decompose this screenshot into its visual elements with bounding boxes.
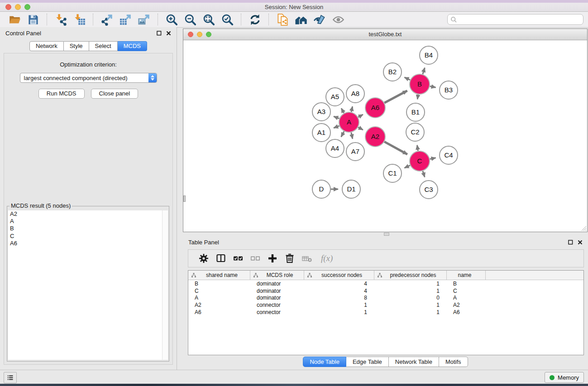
function-builder-icon[interactable]: f(x) xyxy=(321,253,333,263)
column-header-predecessor-nodes[interactable]: predecessor nodes xyxy=(374,271,447,280)
float-panel-icon[interactable] xyxy=(157,31,162,36)
zoom-out-icon[interactable] xyxy=(184,14,196,26)
memory-button[interactable]: Memory xyxy=(545,372,584,383)
hide-graphics-details-icon[interactable] xyxy=(314,14,326,26)
table-cell[interactable]: 1 xyxy=(374,309,447,315)
tab-motifs[interactable]: Motifs xyxy=(439,357,468,367)
edge-A6-B[interactable] xyxy=(384,91,407,103)
tab-style[interactable]: Style xyxy=(64,41,89,51)
edge-B-B4[interactable] xyxy=(423,68,425,74)
column-header-shared-name[interactable]: shared name xyxy=(188,271,250,280)
table-cell[interactable]: dominator xyxy=(250,295,304,301)
gear-icon[interactable] xyxy=(198,253,209,264)
edge-C-C1[interactable] xyxy=(404,165,410,168)
task-history-button[interactable] xyxy=(4,372,17,383)
tab-network[interactable]: Network xyxy=(29,41,64,51)
search-box[interactable] xyxy=(447,14,583,25)
table-cell[interactable]: A2 xyxy=(188,302,250,308)
close-panel-icon[interactable] xyxy=(166,31,171,36)
table-cell[interactable]: C xyxy=(447,288,486,294)
column-header-MCDS-role[interactable]: MCDS role xyxy=(250,271,304,280)
split-divider-handle[interactable] xyxy=(384,233,389,236)
table-cell[interactable]: 0 xyxy=(374,295,447,301)
zoom-fit-icon[interactable] xyxy=(203,14,215,26)
export-image-icon[interactable] xyxy=(138,14,150,26)
deselect-all-checkbox-icon[interactable] xyxy=(250,253,261,264)
table-cell[interactable]: dominator xyxy=(250,281,304,287)
home-icon[interactable] xyxy=(295,14,307,26)
table-cell[interactable]: A6 xyxy=(447,309,486,315)
table-cell[interactable]: A xyxy=(188,295,250,301)
tab-network-table[interactable]: Network Table xyxy=(389,357,439,367)
table-cell[interactable]: 1 xyxy=(374,302,447,308)
table-cell[interactable]: 1 xyxy=(374,288,447,294)
result-item[interactable]: A6 xyxy=(8,240,162,247)
add-column-icon[interactable] xyxy=(267,253,278,264)
resize-grip-icon[interactable] xyxy=(580,225,587,231)
edge-B-B1[interactable] xyxy=(417,95,418,100)
result-item[interactable]: B xyxy=(8,225,162,232)
criterion-dropdown[interactable]: largest connected component (directed) xyxy=(20,73,157,83)
table-cell[interactable]: 4 xyxy=(304,288,374,294)
import-network-icon[interactable] xyxy=(55,14,67,26)
close-table-panel-icon[interactable] xyxy=(578,240,583,245)
table-cell[interactable]: A2 xyxy=(447,302,486,308)
clone-network-icon[interactable] xyxy=(277,14,289,26)
column-header-successor-nodes[interactable]: successor nodes xyxy=(304,271,374,280)
edge-B-B3[interactable] xyxy=(430,86,436,88)
result-item[interactable]: C xyxy=(8,233,162,240)
import-table-icon[interactable] xyxy=(73,14,86,26)
edge-A-A1[interactable] xyxy=(334,126,339,128)
close-panel-button[interactable]: Close panel xyxy=(91,89,139,99)
delete-column-icon[interactable] xyxy=(284,253,295,264)
edge-A-A3[interactable] xyxy=(334,116,339,119)
table-cell[interactable]: 1 xyxy=(304,302,374,308)
table-cell[interactable]: B xyxy=(188,281,250,287)
edge-C-C3[interactable] xyxy=(423,171,425,177)
table-cell[interactable]: 4 xyxy=(304,281,374,287)
tab-mcds[interactable]: MCDS xyxy=(118,41,147,51)
tab-edge-table[interactable]: Edge Table xyxy=(346,357,389,367)
table-cell[interactable]: B xyxy=(447,281,486,287)
edge-A-A4[interactable] xyxy=(341,131,344,137)
table-cell[interactable]: connector xyxy=(250,302,304,308)
table-cell[interactable]: C xyxy=(188,288,250,294)
zoom-selected-icon[interactable] xyxy=(221,14,234,26)
table-row[interactable]: Adominator80A xyxy=(188,295,583,302)
table-row[interactable]: A2connector11A2 xyxy=(188,301,583,309)
table-cell[interactable]: connector xyxy=(250,309,304,315)
edge-A-A6[interactable] xyxy=(358,114,363,117)
table-cell[interactable]: 1 xyxy=(374,281,447,287)
result-list-scrollbar[interactable] xyxy=(162,210,168,360)
canvas-left-scrollbar-thumb[interactable] xyxy=(183,195,186,202)
save-icon[interactable] xyxy=(27,14,39,26)
edge-C-C4[interactable] xyxy=(430,158,436,159)
edge-A-A5[interactable] xyxy=(341,108,344,113)
result-item[interactable]: A2 xyxy=(8,210,162,218)
zoom-in-icon[interactable] xyxy=(166,14,178,26)
tab-node-table[interactable]: Node Table xyxy=(303,357,346,367)
export-network-icon[interactable] xyxy=(101,14,113,26)
network-canvas[interactable]: B4B2BB3A8A5A6A3B1AC2A1A2A4A7C4CC1C3DD1 xyxy=(183,40,587,232)
table-cell[interactable]: 8 xyxy=(304,295,374,301)
edge-A-A7[interactable] xyxy=(351,132,353,138)
table-cell[interactable]: A xyxy=(447,295,486,301)
refresh-icon[interactable] xyxy=(249,14,261,26)
delete-table-icon[interactable] xyxy=(301,253,312,264)
edge-B-B2[interactable] xyxy=(404,77,410,80)
table-cell[interactable]: A6 xyxy=(188,309,250,315)
run-mcds-button[interactable]: Run MCDS xyxy=(38,89,85,99)
column-header-name[interactable]: name xyxy=(447,271,486,280)
float-table-panel-icon[interactable] xyxy=(568,240,573,245)
open-folder-icon[interactable] xyxy=(9,14,21,26)
table-cell[interactable]: 1 xyxy=(304,309,374,315)
table-row[interactable]: Cdominator41C xyxy=(188,287,583,295)
select-all-checkbox-icon[interactable] xyxy=(233,253,244,264)
export-table-icon[interactable] xyxy=(120,14,132,26)
tab-select[interactable]: Select xyxy=(89,41,118,51)
show-graphics-details-icon[interactable] xyxy=(332,14,344,26)
table-cell[interactable]: dominator xyxy=(250,288,304,294)
columns-icon[interactable] xyxy=(215,253,226,264)
table-row[interactable]: A6connector11A6 xyxy=(188,309,583,316)
network-window-titlebar[interactable]: testGlobe.txt xyxy=(183,29,587,40)
